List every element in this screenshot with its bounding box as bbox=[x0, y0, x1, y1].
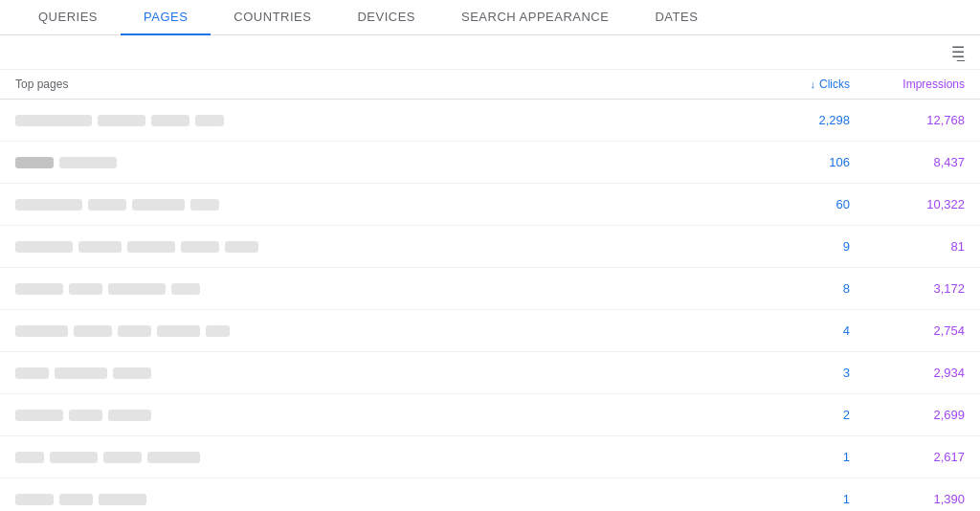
blur-block bbox=[195, 115, 224, 126]
clicks-value: 60 bbox=[735, 197, 850, 211]
blur-block bbox=[69, 410, 102, 421]
page-cell bbox=[15, 494, 735, 505]
clicks-value: 9 bbox=[735, 239, 850, 254]
table-header: Top pages ↓ Clicks Impressions bbox=[0, 70, 980, 100]
blur-block bbox=[118, 325, 151, 337]
clicks-value: 4 bbox=[735, 323, 850, 338]
page-cell bbox=[15, 452, 735, 463]
clicks-value: 2 bbox=[735, 408, 850, 422]
table-row: 6010,322 bbox=[0, 184, 980, 226]
tab-devices[interactable]: DEVICES bbox=[334, 0, 438, 35]
blur-block bbox=[15, 199, 82, 211]
sort-arrow-icon: ↓ bbox=[811, 78, 816, 90]
tab-pages[interactable]: PAGES bbox=[121, 0, 211, 35]
blur-block bbox=[59, 157, 117, 168]
table-row: 22,699 bbox=[0, 394, 980, 436]
blur-block bbox=[108, 410, 151, 421]
tab-countries[interactable]: COUNTRIES bbox=[211, 0, 334, 35]
page-cell bbox=[15, 199, 735, 211]
blur-block bbox=[15, 241, 73, 253]
table-row: 32,934 bbox=[0, 352, 980, 394]
blur-block bbox=[69, 283, 102, 295]
page-cell bbox=[15, 157, 735, 168]
impressions-value: 3,172 bbox=[850, 281, 965, 296]
tab-search_appearance[interactable]: SEARCH APPEARANCE bbox=[438, 0, 632, 35]
impressions-value: 2,699 bbox=[850, 408, 965, 422]
table-container: Top pages ↓ Clicks Impressions 2,29812,7… bbox=[0, 70, 980, 511]
tab-dates[interactable]: DATES bbox=[632, 0, 721, 35]
blur-block bbox=[15, 410, 63, 421]
clicks-value: 106 bbox=[735, 155, 850, 169]
impressions-value: 1,390 bbox=[850, 492, 965, 506]
clicks-value: 1 bbox=[735, 492, 850, 506]
blur-block bbox=[15, 452, 44, 463]
table-row: 12,617 bbox=[0, 436, 980, 478]
impressions-value: 12,768 bbox=[850, 113, 965, 127]
blur-block bbox=[15, 115, 92, 126]
blur-block bbox=[151, 115, 189, 126]
filter-icon[interactable]: ☰̲ bbox=[951, 43, 965, 61]
header-page: Top pages bbox=[15, 78, 735, 91]
page-cell bbox=[15, 241, 735, 253]
header-impressions: Impressions bbox=[850, 78, 965, 91]
table-row: 1068,437 bbox=[0, 142, 980, 184]
page-cell bbox=[15, 410, 735, 421]
blur-block bbox=[108, 283, 166, 295]
impressions-value: 2,754 bbox=[850, 323, 965, 338]
impressions-value: 10,322 bbox=[850, 197, 965, 211]
blur-block bbox=[15, 325, 68, 337]
table-body: 2,29812,7681068,4376010,32298183,17242,7… bbox=[0, 100, 980, 511]
blur-block bbox=[88, 199, 126, 211]
table-row: 981 bbox=[0, 226, 980, 268]
toolbar: ☰̲ bbox=[0, 35, 980, 70]
page-cell bbox=[15, 367, 735, 379]
table-row: 11,390 bbox=[0, 478, 980, 511]
blur-block bbox=[74, 325, 112, 337]
blur-block bbox=[15, 157, 54, 168]
table-row: 42,754 bbox=[0, 310, 980, 352]
impressions-value: 2,617 bbox=[850, 450, 965, 464]
page-cell bbox=[15, 283, 735, 295]
blur-block bbox=[190, 199, 219, 211]
blur-block bbox=[55, 367, 107, 379]
blur-block bbox=[132, 199, 185, 211]
blur-block bbox=[50, 452, 98, 463]
clicks-value: 3 bbox=[735, 366, 850, 380]
table-row: 83,172 bbox=[0, 268, 980, 310]
page-cell bbox=[15, 325, 735, 337]
tab-bar: QUERIESPAGESCOUNTRIESDEVICESSEARCH APPEA… bbox=[0, 0, 980, 35]
blur-block bbox=[127, 241, 175, 253]
blur-block bbox=[103, 452, 142, 463]
blur-block bbox=[15, 494, 54, 505]
clicks-value: 1 bbox=[735, 450, 850, 464]
blur-block bbox=[78, 241, 122, 253]
blur-block bbox=[171, 283, 200, 295]
page-cell bbox=[15, 115, 735, 126]
impressions-value: 8,437 bbox=[850, 155, 965, 169]
blur-block bbox=[99, 494, 146, 505]
header-clicks[interactable]: ↓ Clicks bbox=[735, 78, 850, 91]
blur-block bbox=[113, 367, 151, 379]
blur-block bbox=[206, 325, 230, 337]
clicks-value: 8 bbox=[735, 281, 850, 296]
blur-block bbox=[181, 241, 219, 253]
blur-block bbox=[15, 367, 49, 379]
clicks-value: 2,298 bbox=[735, 113, 850, 127]
blur-block bbox=[147, 452, 200, 463]
table-row: 2,29812,768 bbox=[0, 100, 980, 142]
impressions-value: 2,934 bbox=[850, 366, 965, 380]
impressions-value: 81 bbox=[850, 239, 965, 254]
blur-block bbox=[225, 241, 258, 253]
blur-block bbox=[98, 115, 145, 126]
tab-queries[interactable]: QUERIES bbox=[15, 0, 121, 35]
blur-block bbox=[15, 283, 63, 295]
blur-block bbox=[157, 325, 200, 337]
blur-block bbox=[59, 494, 93, 505]
